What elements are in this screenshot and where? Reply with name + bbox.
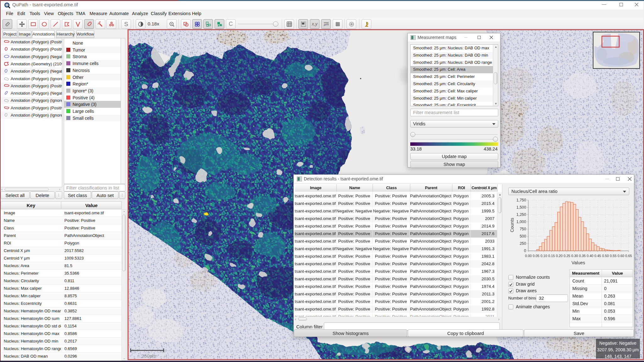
svg-text:0.45: 0.45 [594,254,601,258]
svg-text:0.10: 0.10 [540,254,547,258]
svg-text:0: 0 [524,249,526,253]
svg-text:0.35: 0.35 [579,254,586,258]
svg-text:Counts: Counts [510,218,515,232]
svg-text:0.05: 0.05 [533,254,539,258]
svg-text:148, 143, 147: 148, 143, 147 [604,354,631,359]
svg-text:0.30: 0.30 [571,254,578,258]
svg-text:1,250: 1,250 [516,212,526,217]
svg-text:0.60: 0.60 [618,254,624,258]
svg-text:250µm: 250µm [142,353,156,359]
svg-text:1,500: 1,500 [516,205,526,210]
svg-text:500: 500 [520,234,526,239]
svg-text:0.65: 0.65 [625,254,632,258]
svg-text:250: 250 [520,241,526,246]
svg-text:3207.95, 2008.30 µm: 3207.95, 2008.30 µm [597,347,639,352]
svg-text:0.40: 0.40 [587,254,593,258]
svg-text:Negative: Negative: Negative: Negative [599,341,637,346]
svg-text:750: 750 [520,227,526,231]
svg-text:µm: µm [324,22,329,26]
svg-text:0.25: 0.25 [564,254,570,258]
svg-text:Values: Values [571,260,585,265]
svg-text:0.20: 0.20 [556,254,562,258]
svg-text:0.00: 0.00 [525,254,532,258]
svg-text:1,000: 1,000 [516,220,526,224]
svg-text:0.50: 0.50 [602,254,609,258]
svg-text:0.15: 0.15 [548,254,555,258]
svg-text:1,750: 1,750 [516,198,526,202]
svg-text:0.55: 0.55 [610,254,616,258]
